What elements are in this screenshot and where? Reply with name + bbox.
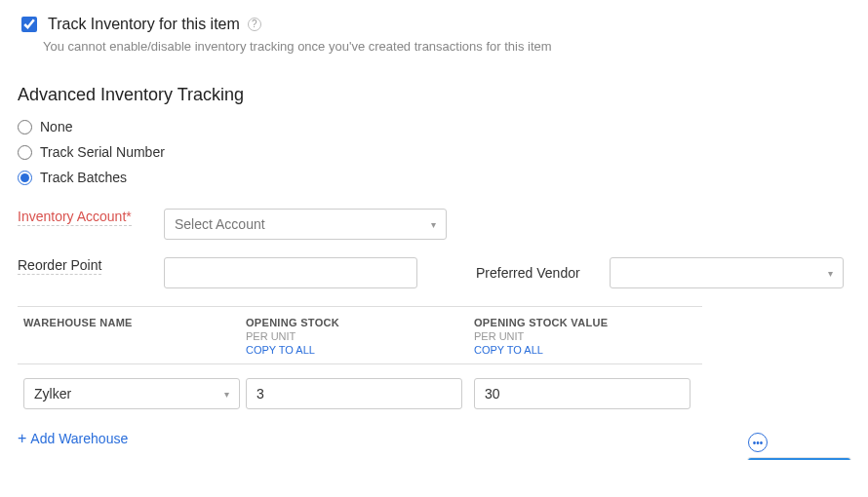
inventory-account-placeholder: Select Account	[175, 216, 265, 232]
chevron-down-icon: ▾	[828, 268, 833, 279]
track-inventory-checkbox[interactable]	[21, 17, 37, 32]
track-inventory-help-text: You cannot enable/disable inventory trac…	[43, 39, 850, 54]
radio-none-label: None	[40, 119, 72, 134]
opening-stock-input[interactable]	[246, 378, 462, 409]
tracking-radio-group: None Track Serial Number Track Batches	[18, 119, 850, 185]
chevron-down-icon: ▾	[431, 219, 436, 230]
th-opening-stock-value-sub: PER UNIT	[474, 330, 702, 342]
copy-all-opening-stock[interactable]: COPY TO ALL	[246, 344, 474, 356]
reorder-point-input[interactable]	[164, 257, 417, 288]
table-row: Zylker ▾	[18, 364, 702, 423]
help-icon[interactable]: ?	[248, 18, 261, 31]
th-warehouse: WAREHOUSE NAME	[23, 317, 246, 328]
track-inventory-label: Track Inventory for this item	[48, 16, 240, 33]
advanced-tracking-title: Advanced Inventory Tracking	[18, 85, 850, 105]
preferred-vendor-select[interactable]: ▾	[610, 257, 844, 288]
copy-all-opening-stock-value[interactable]: COPY TO ALL	[474, 344, 702, 356]
add-warehouse-label: Add Warehouse	[30, 431, 128, 446]
radio-batches[interactable]: Track Batches	[18, 170, 850, 185]
plus-icon: +	[18, 431, 26, 446]
radio-serial[interactable]: Track Serial Number	[18, 144, 850, 160]
warehouse-select[interactable]: Zylker ▾	[23, 378, 240, 409]
radio-batches-input[interactable]	[18, 171, 32, 185]
radio-batches-label: Track Batches	[40, 170, 127, 185]
chevron-down-icon: ▾	[224, 389, 229, 400]
preferred-vendor-label: Preferred Vendor	[476, 265, 580, 281]
chat-icon[interactable]: •••	[748, 433, 768, 452]
inventory-account-label: Inventory Account*	[18, 209, 132, 226]
th-opening-stock: OPENING STOCK	[246, 317, 474, 328]
add-batches-button[interactable]: Add Batches	[748, 458, 850, 460]
radio-none[interactable]: None	[18, 119, 850, 134]
reorder-point-label: Reorder Point	[18, 257, 101, 275]
th-opening-stock-value: OPENING STOCK VALUE	[474, 317, 702, 328]
add-warehouse-link[interactable]: + Add Warehouse	[18, 431, 850, 446]
th-opening-stock-sub: PER UNIT	[246, 330, 474, 342]
opening-stock-value-input[interactable]	[474, 378, 690, 409]
warehouse-select-value: Zylker	[34, 386, 71, 401]
radio-serial-label: Track Serial Number	[40, 144, 165, 160]
radio-serial-input[interactable]	[18, 145, 32, 160]
warehouse-table: WAREHOUSE NAME OPENING STOCK PER UNIT CO…	[18, 306, 702, 423]
radio-none-input[interactable]	[18, 120, 32, 134]
inventory-account-select[interactable]: Select Account ▾	[164, 209, 447, 240]
